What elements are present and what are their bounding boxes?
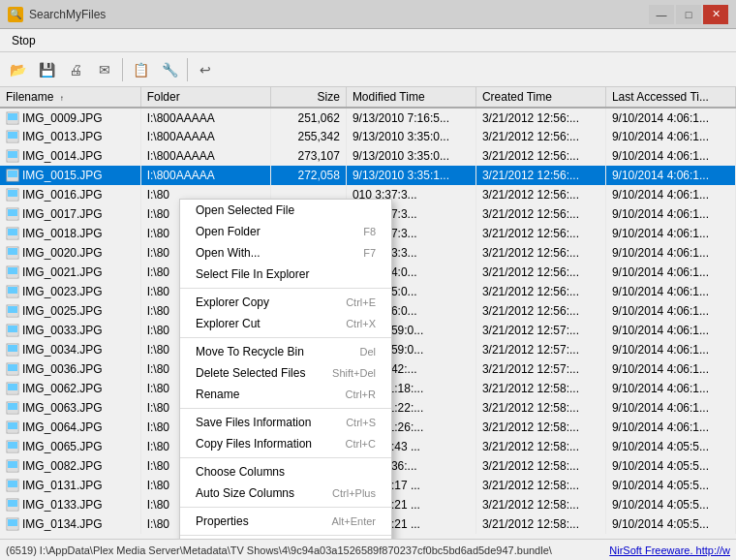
svg-rect-47: [8, 410, 17, 413]
cell-folder: I:\800AAAAA: [140, 108, 270, 127]
cell-accessed: 9/10/2014 4:06:1...: [605, 108, 735, 127]
toolbar-btn-back[interactable]: ↩: [192, 56, 219, 83]
cell-created: 3/21/2012 12:56:...: [475, 127, 605, 146]
context-menu-item[interactable]: PropertiesAlt+Enter: [180, 511, 391, 532]
ctx-item-shortcut: Ctrl+S: [346, 417, 376, 428]
cell-filename: IMG_0064.JPG: [0, 418, 140, 437]
context-menu-item[interactable]: Select File In Explorer: [180, 264, 391, 285]
close-button[interactable]: ✕: [703, 5, 728, 24]
svg-rect-1: [8, 113, 17, 120]
ctx-separator: [180, 457, 391, 458]
cell-created: 3/21/2012 12:58:...: [475, 456, 605, 476]
svg-rect-5: [8, 139, 17, 141]
cell-size: 272,058: [270, 166, 346, 185]
cell-created: 3/21/2012 12:56:...: [475, 185, 605, 204]
col-header-size[interactable]: Size: [270, 87, 346, 108]
cell-accessed: 9/10/2014 4:06:1...: [605, 418, 735, 437]
col-header-filename[interactable]: Filename ↑: [0, 87, 140, 108]
context-menu: Open Selected FileOpen FolderF8Open With…: [179, 199, 392, 539]
context-menu-item[interactable]: Auto Size ColumnsCtrl+Plus: [180, 482, 391, 504]
cell-filename: IMG_0034.JPG: [0, 340, 140, 359]
svg-rect-25: [8, 267, 17, 274]
svg-rect-19: [8, 229, 17, 235]
cell-created: 3/21/2012 12:56:...: [475, 166, 605, 185]
cell-accessed: 9/10/2014 4:06:1...: [605, 321, 735, 340]
menu-bar: Stop: [0, 29, 736, 52]
context-menu-item[interactable]: Open With...F7: [180, 242, 391, 264]
cell-accessed: 9/10/2014 4:06:1...: [605, 282, 735, 301]
svg-rect-65: [8, 526, 17, 529]
toolbar-btn-copy[interactable]: 📋: [127, 56, 154, 83]
col-header-modified[interactable]: Modified Time: [346, 87, 475, 108]
svg-rect-23: [8, 255, 17, 258]
col-header-created[interactable]: Created Time: [475, 87, 605, 108]
context-menu-item[interactable]: Explorer CutCtrl+X: [180, 313, 391, 334]
context-menu-item[interactable]: Open FolderF8: [180, 221, 391, 242]
cell-accessed: 9/10/2014 4:06:1...: [605, 204, 735, 224]
ctx-item-label: Choose Columns: [196, 465, 285, 479]
svg-rect-20: [8, 235, 17, 238]
cell-size: 273,107: [270, 146, 346, 166]
context-menu-item[interactable]: Choose Columns: [180, 461, 391, 482]
context-menu-item[interactable]: Open Selected File: [180, 200, 391, 221]
svg-rect-31: [8, 306, 17, 313]
context-menu-item[interactable]: Save Files InformationCtrl+S: [180, 412, 391, 433]
toolbar-btn-new[interactable]: 📂: [4, 56, 31, 83]
svg-rect-43: [8, 384, 17, 390]
svg-rect-28: [8, 287, 17, 294]
cell-created: 3/21/2012 12:58:...: [475, 398, 605, 418]
cell-created: 3/21/2012 12:56:...: [475, 204, 605, 224]
col-header-accessed[interactable]: Last Accessed Ti...: [605, 87, 735, 108]
context-menu-item[interactable]: Explorer CopyCtrl+E: [180, 292, 391, 313]
cell-accessed: 9/10/2014 4:06:1...: [605, 185, 735, 204]
svg-rect-40: [8, 364, 17, 371]
ctx-item-shortcut: Ctrl+E: [346, 296, 376, 308]
svg-rect-53: [8, 449, 17, 451]
cell-filename: IMG_0009.JPG: [0, 108, 140, 127]
cell-modified: 9/13/2010 3:35:0...: [346, 146, 475, 166]
window-title: SearchMyFiles: [29, 8, 106, 21]
status-path: (6519) I:\AppData\Plex Media Server\Meta…: [6, 544, 601, 556]
svg-rect-35: [8, 332, 17, 335]
ctx-item-label: Explorer Copy: [196, 296, 269, 309]
cell-accessed: 9/10/2014 4:06:1...: [605, 166, 735, 185]
toolbar-btn-save[interactable]: 💾: [33, 56, 60, 83]
cell-created: 3/21/2012 12:56:...: [475, 224, 605, 243]
svg-rect-61: [8, 500, 17, 507]
svg-rect-59: [8, 487, 17, 490]
maximize-button[interactable]: □: [676, 5, 701, 24]
svg-rect-29: [8, 294, 17, 296]
context-menu-item[interactable]: Copy Files InformationCtrl+C: [180, 433, 391, 454]
cell-accessed: 9/10/2014 4:05:5...: [605, 476, 735, 495]
svg-rect-7: [8, 151, 17, 158]
table-row[interactable]: IMG_0014.JPG I:\800AAAAA 273,107 9/13/20…: [0, 146, 736, 166]
title-controls: — □ ✕: [649, 5, 728, 24]
svg-rect-34: [8, 326, 17, 332]
toolbar-btn-settings[interactable]: 🔧: [156, 56, 183, 83]
app-icon: 🔍: [8, 7, 23, 22]
table-row[interactable]: IMG_0015.JPG I:\800AAAAA 272,058 9/13/20…: [0, 166, 736, 185]
ctx-item-label: Copy Files Information: [196, 437, 312, 451]
table-row[interactable]: IMG_0009.JPG I:\800AAAAA 251,062 9/13/20…: [0, 108, 736, 127]
toolbar-btn-email[interactable]: ✉: [91, 56, 118, 83]
context-menu-item[interactable]: Delete Selected FilesShift+Del: [180, 362, 391, 384]
cell-modified: 9/13/2010 3:35:0...: [346, 127, 475, 146]
cell-filename: IMG_0082.JPG: [0, 456, 140, 476]
cell-filename: IMG_0016.JPG: [0, 185, 140, 204]
ctx-item-label: Save Files Information: [196, 416, 311, 429]
ctx-item-label: Open With...: [196, 246, 261, 260]
cell-filename: IMG_0131.JPG: [0, 476, 140, 495]
context-menu-item[interactable]: Move To Recycle BinDel: [180, 341, 391, 362]
cell-filename: IMG_0021.JPG: [0, 263, 140, 282]
status-link[interactable]: NirSoft Freeware. http://w: [609, 544, 730, 556]
toolbar-btn-print[interactable]: 🖨: [62, 56, 89, 83]
col-header-folder[interactable]: Folder: [140, 87, 270, 108]
ctx-item-shortcut: Ctrl+X: [346, 318, 376, 329]
table-row[interactable]: IMG_0013.JPG I:\800AAAAA 255,342 9/13/20…: [0, 127, 736, 146]
svg-rect-41: [8, 371, 17, 374]
cell-modified: 9/13/2010 3:35:1...: [346, 166, 475, 185]
minimize-button[interactable]: —: [649, 5, 674, 24]
menu-stop[interactable]: Stop: [4, 32, 44, 49]
context-menu-item[interactable]: RenameCtrl+R: [180, 384, 391, 405]
svg-rect-17: [8, 216, 17, 219]
